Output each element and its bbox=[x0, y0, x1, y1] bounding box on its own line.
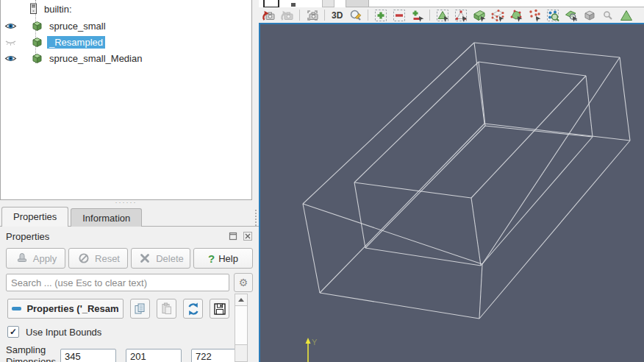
gear-icon[interactable]: ⚙ bbox=[234, 273, 253, 292]
close-panel-icon[interactable] bbox=[243, 232, 253, 241]
grow-selection-icon[interactable] bbox=[618, 8, 634, 23]
server-icon bbox=[29, 3, 38, 15]
camera-undo-icon[interactable] bbox=[261, 8, 276, 23]
eye-hidden-icon[interactable] bbox=[4, 37, 19, 48]
save-icon bbox=[212, 302, 227, 316]
properties-dock: PropertiesInformation Properties ApplyRe… bbox=[0, 206, 259, 362]
horizontal-splitter[interactable]: ······ bbox=[0, 200, 252, 206]
paste-button[interactable] bbox=[157, 299, 176, 319]
interactive-select-cells-icon[interactable] bbox=[563, 8, 579, 23]
eye-visible-icon[interactable] bbox=[4, 53, 19, 64]
tab-properties[interactable]: Properties bbox=[1, 207, 68, 227]
selection-toolbar: 3D bbox=[259, 7, 644, 23]
help-button[interactable]: ?Help bbox=[193, 248, 253, 269]
help-icon: ? bbox=[208, 252, 215, 265]
search-input[interactable] bbox=[6, 274, 229, 291]
reset-button[interactable]: Reset bbox=[68, 248, 128, 269]
copy-button[interactable] bbox=[130, 299, 150, 319]
eye-visible-icon[interactable] bbox=[4, 21, 19, 32]
delete-icon bbox=[137, 251, 152, 266]
pipeline-item-label: _Resampled bbox=[47, 36, 105, 49]
y-axis-indicator: Y bbox=[306, 338, 318, 362]
pipeline-item[interactable]: spruce_small bbox=[1, 18, 251, 34]
paste-icon bbox=[160, 302, 174, 316]
hover-cells-icon[interactable] bbox=[600, 8, 615, 23]
pipeline-browser: builtin:spruce_small_Resampledspruce_sma… bbox=[0, 0, 252, 200]
section-header-label: Properties ('_Resam bbox=[26, 303, 118, 314]
add-selection-icon[interactable] bbox=[373, 8, 388, 23]
sampling-dimensions-label: Sampling Dimensions bbox=[6, 344, 59, 362]
capture-screenshot-icon[interactable] bbox=[304, 8, 320, 23]
dock-tab-bar: PropertiesInformation bbox=[0, 206, 259, 227]
properties-scrollbar[interactable] bbox=[235, 294, 248, 362]
source-cube-icon bbox=[31, 20, 43, 32]
apply-icon bbox=[15, 251, 29, 266]
zoom-to-box-icon[interactable] bbox=[348, 8, 363, 23]
tab-information[interactable]: Information bbox=[71, 208, 142, 227]
select-points-polygon-icon[interactable] bbox=[526, 8, 542, 23]
scrollbar-up-icon[interactable] bbox=[235, 294, 247, 306]
interactive-select-cells-data-icon[interactable] bbox=[545, 8, 560, 23]
dock-title: Properties bbox=[6, 231, 223, 242]
copy-icon bbox=[133, 302, 148, 316]
toolbar-separator bbox=[299, 10, 300, 21]
scrollbar-thumb[interactable] bbox=[235, 306, 247, 345]
select-points-on-icon[interactable] bbox=[453, 8, 468, 23]
toolbar-separator bbox=[324, 10, 325, 21]
select-cells-on-icon[interactable] bbox=[434, 8, 450, 23]
command-button-row: ApplyResetDelete?Help bbox=[0, 244, 259, 271]
delete-button[interactable]: Delete bbox=[131, 248, 190, 269]
use-input-bounds-checkbox[interactable]: ✓ bbox=[7, 326, 19, 338]
paraview-window: { "pipeline_browser": { "root_label": "b… bbox=[0, 0, 644, 362]
pipeline-item[interactable]: spruce_small_Median bbox=[1, 50, 251, 66]
source-cube-icon bbox=[31, 36, 43, 49]
clipped-widget bbox=[291, 3, 296, 7]
properties-section-header[interactable]: Properties ('_Resam bbox=[7, 299, 124, 319]
svg-text:Y: Y bbox=[312, 338, 318, 347]
select-cells-polygon-icon[interactable] bbox=[508, 8, 523, 23]
pipeline-root-item[interactable]: builtin: bbox=[1, 0, 251, 18]
3d-mode-toggle[interactable]: 3D bbox=[329, 10, 345, 21]
save-button[interactable] bbox=[210, 299, 229, 319]
clipped-widget bbox=[322, 0, 334, 7]
pipeline-item-label: spruce_small_Median bbox=[47, 52, 144, 65]
collapse-icon bbox=[12, 307, 21, 310]
pipeline-item-label: spruce_small bbox=[47, 20, 108, 32]
toolbar-separator bbox=[368, 10, 368, 21]
select-block-icon[interactable] bbox=[582, 8, 597, 23]
sampling-dimension-y-input[interactable] bbox=[126, 349, 182, 362]
select-cells-through-icon[interactable] bbox=[471, 8, 487, 23]
toolbar-separator bbox=[429, 10, 430, 21]
refresh-button[interactable] bbox=[183, 299, 203, 319]
use-input-bounds-label: Use Input Bounds bbox=[26, 327, 101, 338]
clipped-view-tab bbox=[346, 0, 369, 7]
clipped-toolbar-strip bbox=[259, 0, 644, 7]
pipeline-item[interactable]: _Resampled bbox=[1, 34, 251, 50]
toggle-selection-icon[interactable] bbox=[409, 8, 425, 23]
select-points-through-icon[interactable] bbox=[490, 8, 505, 23]
sampling-dimension-x-input[interactable] bbox=[60, 349, 116, 362]
camera-redo-icon[interactable] bbox=[279, 8, 295, 23]
apply-button[interactable]: Apply bbox=[6, 248, 65, 269]
float-panel-icon[interactable] bbox=[228, 232, 238, 241]
refresh-icon bbox=[186, 302, 201, 316]
subtract-selection-icon[interactable] bbox=[391, 8, 407, 23]
source-cube-icon bbox=[31, 52, 43, 65]
reset-icon bbox=[76, 251, 91, 266]
render-view-3d[interactable]: Y bbox=[259, 23, 644, 362]
pipeline-item-label: builtin: bbox=[42, 3, 74, 15]
